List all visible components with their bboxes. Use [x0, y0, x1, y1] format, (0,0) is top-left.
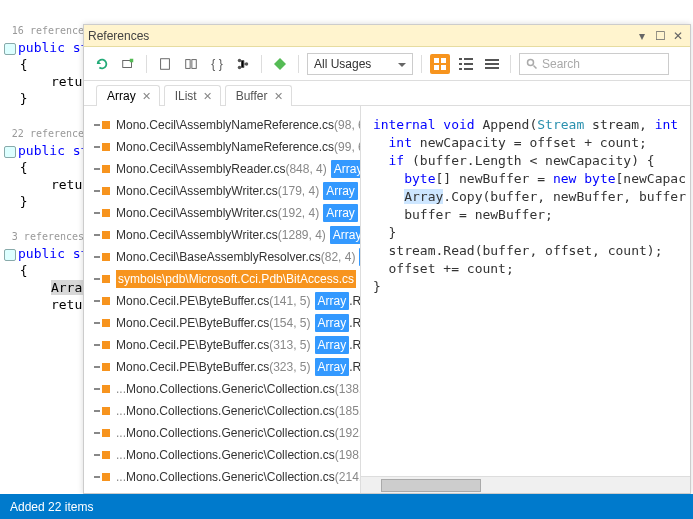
list-item[interactable]: Mono.Cecil\AssemblyWriter.cs (192, 4)Arr…	[84, 202, 360, 224]
item-icon	[94, 187, 110, 195]
item-icon	[94, 121, 110, 129]
list-item[interactable]: ... Mono.Collections.Generic\Collection.…	[84, 378, 360, 400]
svg-point-21	[528, 59, 534, 65]
item-icon	[94, 407, 110, 415]
item-tag: Array	[331, 160, 361, 178]
tab-close-icon[interactable]: ✕	[142, 90, 151, 103]
braces-icon[interactable]: { }	[207, 54, 227, 74]
method-icon	[4, 146, 16, 158]
item-coords: (1289, 4)	[278, 226, 326, 244]
svg-rect-9	[441, 58, 446, 63]
item-icon	[94, 363, 110, 371]
list-item[interactable]: ... Mono.Collections.Generic\Collection.…	[84, 444, 360, 466]
svg-rect-3	[186, 59, 190, 68]
item-path: Mono.Cecil\AssemblyReader.cs	[116, 160, 285, 178]
item-coords: (185, 4	[335, 402, 361, 420]
item-coords: (179, 4)	[278, 182, 319, 200]
method-icon	[4, 249, 16, 261]
usages-dropdown[interactable]: All Usages	[307, 53, 413, 75]
item-tag: Array	[330, 226, 361, 244]
list-item[interactable]: Mono.Cecil\AssemblyReader.cs (848, 4)Arr…	[84, 158, 360, 180]
minimize-button[interactable]: ▾	[634, 29, 650, 43]
item-icon	[94, 473, 110, 481]
horizontal-scrollbar[interactable]	[361, 476, 690, 493]
item-path: Mono.Collections.Generic\Collection.cs	[126, 424, 335, 442]
item-coords: (99, 6	[334, 138, 361, 156]
code-preview[interactable]: internal void Append(Stream stream, int …	[361, 106, 690, 476]
maximize-button[interactable]: ☐	[652, 29, 668, 43]
results-list[interactable]: Mono.Cecil\AssemblyNameReference.cs (98,…	[84, 106, 361, 493]
item-coords: (219, 5	[335, 490, 361, 493]
item-icon	[94, 385, 110, 393]
method-icon	[4, 43, 16, 55]
list-item[interactable]: symbols\pdb\Microsoft.Cci.Pdb\BitAccess.…	[84, 268, 360, 290]
close-button[interactable]: ✕	[670, 29, 686, 43]
list-item[interactable]: Mono.Cecil\AssemblyWriter.cs (179, 4)Arr…	[84, 180, 360, 202]
item-path: Mono.Cecil\BaseAssemblyResolver.cs	[116, 248, 321, 266]
svg-rect-17	[464, 68, 473, 70]
item-icon	[94, 165, 110, 173]
item-icon	[94, 231, 110, 239]
item-icon	[94, 341, 110, 349]
stack-tab[interactable]: Array✕	[96, 85, 160, 106]
view-list-icon[interactable]	[456, 54, 476, 74]
list-item[interactable]: ... Mono.Collections.Generic\Collection.…	[84, 400, 360, 422]
view-lines-icon[interactable]	[482, 54, 502, 74]
item-coords: (214, 5	[335, 468, 361, 486]
svg-rect-19	[485, 63, 499, 65]
list-item[interactable]: Mono.Cecil\AssemblyNameReference.cs (99,…	[84, 136, 360, 158]
list-item[interactable]: Mono.Cecil.PE\ByteBuffer.cs (154, 5)Arra…	[84, 312, 360, 334]
new-window-icon[interactable]	[118, 54, 138, 74]
item-path: Mono.Collections.Generic\Collection.cs	[126, 446, 335, 464]
item-path: Mono.Cecil\AssemblyNameReference.cs	[116, 138, 334, 156]
item-icon	[94, 319, 110, 327]
references-window: References ▾ ☐ ✕ { } All Usages Search A…	[83, 24, 691, 494]
export-icon[interactable]	[155, 54, 175, 74]
item-icon	[94, 253, 110, 261]
tab-label: IList	[175, 89, 197, 103]
list-item[interactable]: Mono.Cecil\AssemblyWriter.cs (1289, 4)Ar…	[84, 224, 360, 246]
toolbar: { } All Usages Search	[84, 47, 690, 81]
merge-icon[interactable]	[181, 54, 201, 74]
svg-point-5	[238, 58, 242, 62]
stack-tab[interactable]: Buffer✕	[225, 85, 292, 106]
item-coords: (848, 4)	[285, 160, 326, 178]
item-coords: (198, 4	[335, 446, 361, 464]
item-tag: Array	[315, 314, 350, 332]
item-path: Mono.Cecil.PE\ByteBuffer.cs	[116, 358, 269, 376]
item-path: symbols\pdb\Microsoft.Cci.Pdb\BitAccess.…	[116, 270, 356, 288]
list-item[interactable]: ... Mono.Collections.Generic\Collection.…	[84, 488, 360, 493]
stack-tabs: Array✕IList✕Buffer✕	[84, 81, 690, 106]
item-coords: (154, 5)	[269, 314, 310, 332]
list-item[interactable]: Mono.Cecil.PE\ByteBuffer.cs (313, 5)Arra…	[84, 334, 360, 356]
item-path: Mono.Collections.Generic\Collection.cs	[126, 380, 335, 398]
stack-tab[interactable]: IList✕	[164, 85, 221, 106]
tree-icon[interactable]	[233, 54, 253, 74]
search-box[interactable]: Search	[519, 53, 669, 75]
list-item[interactable]: ... Mono.Collections.Generic\Collection.…	[84, 466, 360, 488]
item-path: Mono.Cecil\AssemblyNameReference.cs	[116, 116, 334, 134]
item-path: Mono.Collections.Generic\Collection.cs	[126, 402, 335, 420]
item-path: Mono.Cecil\AssemblyWriter.cs	[116, 182, 278, 200]
list-item[interactable]: Mono.Cecil.PE\ByteBuffer.cs (141, 5)Arra…	[84, 290, 360, 312]
svg-rect-12	[459, 58, 462, 60]
item-icon	[94, 297, 110, 305]
list-item[interactable]: ... Mono.Collections.Generic\Collection.…	[84, 422, 360, 444]
view-grid-icon[interactable]	[430, 54, 450, 74]
list-item[interactable]: Mono.Cecil\BaseAssemblyResolver.cs (82, …	[84, 246, 360, 268]
refresh-icon[interactable]	[92, 54, 112, 74]
item-coords: (82, 4)	[321, 248, 356, 266]
diamond-icon[interactable]	[270, 54, 290, 74]
item-coords: (192, 4)	[278, 204, 319, 222]
titlebar[interactable]: References ▾ ☐ ✕	[84, 25, 690, 47]
item-path: Mono.Cecil.PE\ByteBuffer.cs	[116, 336, 269, 354]
svg-rect-18	[485, 59, 499, 61]
list-item[interactable]: Mono.Cecil\AssemblyNameReference.cs (98,…	[84, 114, 360, 136]
svg-rect-4	[192, 59, 196, 68]
tab-close-icon[interactable]: ✕	[274, 90, 283, 103]
item-tag: Array	[315, 292, 350, 310]
list-item[interactable]: Mono.Cecil.PE\ByteBuffer.cs (323, 5)Arra…	[84, 356, 360, 378]
tab-close-icon[interactable]: ✕	[203, 90, 212, 103]
item-path: Mono.Collections.Generic\Collection.cs	[126, 468, 335, 486]
item-tag: Array	[323, 182, 358, 200]
